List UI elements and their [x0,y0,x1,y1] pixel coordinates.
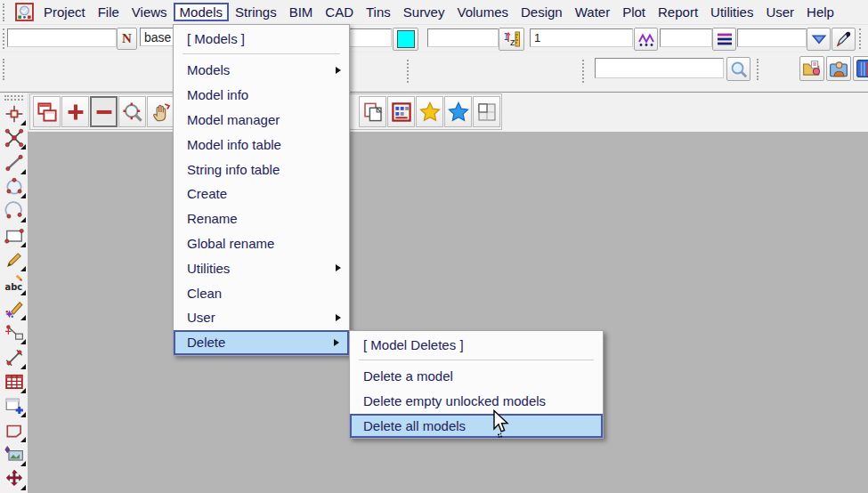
name-filter-input[interactable] [7,28,117,47]
rectangle-tool[interactable] [3,224,26,247]
menu-item-user[interactable]: User [174,305,349,330]
menu-item-model-manager[interactable]: Model manager [174,108,349,133]
models-menu: [ Models ] ModelsModel infoModel manager… [173,24,350,356]
menubar-item-plot[interactable]: Plot [616,3,652,21]
linestyle-input[interactable] [427,28,499,47]
measure-tool[interactable] [3,346,26,369]
library-button[interactable] [853,56,868,81]
folder-button[interactable] [799,56,824,81]
toolbar-drag-handle[interactable] [757,59,758,80]
leader-box-tool[interactable] [3,321,26,344]
menubar-item-volumes[interactable]: Volumes [450,3,515,21]
menu-item-create[interactable]: Create [174,182,349,206]
menubar-item-survey[interactable]: Survey [397,3,451,21]
cad-search-input[interactable] [595,58,724,78]
circle-tool[interactable] [3,175,26,198]
menu-item-model-info-table[interactable]: Model info table [174,132,349,157]
toolbar-snaps: PLFXGCHKM [0,53,868,93]
fit-windows-icon [37,101,58,123]
menubar-item-design[interactable]: Design [515,3,569,21]
linestyle-list-button[interactable] [712,28,736,51]
user-box-button[interactable] [826,56,851,81]
menu-item-delete-a-model[interactable]: Delete a model [350,364,603,389]
folder-icon [802,59,822,78]
menu-item-delete-all-models[interactable]: Delete all models [350,414,603,439]
menu-title: [ Model Deletes ] [350,335,603,356]
chainage-button[interactable] [634,28,658,51]
menu-item-label: Model info table [187,137,281,152]
fit-windows-button[interactable] [33,96,61,127]
zoom-out-button[interactable] [90,96,118,127]
pencil-tool[interactable] [3,248,26,271]
point-tool[interactable] [3,102,26,125]
model-table-button[interactable] [387,96,415,127]
toolbar-drag-handle[interactable] [4,99,23,101]
menu-item-utilities[interactable]: Utilities [174,255,349,280]
menubar-item-report[interactable]: Report [652,3,704,21]
menubar-item-utilities[interactable]: Utilities [704,3,759,21]
toolbar-drag-handle[interactable] [582,60,584,83]
menu-item-label: Model info [187,87,248,102]
pan-hand-button[interactable] [147,96,174,127]
table-tool[interactable] [3,370,26,393]
toolbar-drag-handle[interactable] [3,59,4,80]
menu-item-delete-empty-unlocked-models[interactable]: Delete empty unlocked models [350,389,603,414]
colour-swatch-button[interactable] [393,28,418,51]
image-tool[interactable] [3,443,26,466]
menubar-item-user[interactable]: User [759,3,800,21]
arc-tool[interactable] [3,199,26,222]
toolbar-drag-handle[interactable] [3,28,4,49]
menu-item-label: Delete a model [363,368,453,384]
toolbar-drag-handle[interactable] [4,95,23,97]
eyedropper-button[interactable] [831,28,856,51]
menu-item-global-rename[interactable]: Global rename [174,231,349,256]
menubar-item-models[interactable]: Models [174,3,229,21]
search-button[interactable] [726,57,750,81]
linestyle-icon [716,30,734,48]
name-button[interactable]: N [117,28,137,50]
menu-item-clean[interactable]: Clean [174,280,349,305]
panes-button[interactable] [473,96,500,127]
star-yellow-button[interactable] [416,96,443,127]
tin-input[interactable] [737,28,807,47]
menubar-item-strings[interactable]: Strings [229,3,283,21]
menubar-item-tins[interactable]: Tins [360,3,397,21]
copy-view-button[interactable] [359,96,386,127]
menubar-item-cad[interactable]: CAD [319,3,360,21]
menubar-item-views[interactable]: Views [126,3,174,21]
star-blue-button[interactable] [444,96,472,127]
menubar-item-project[interactable]: Project [37,3,92,21]
menubar-item-water[interactable]: Water [569,3,616,21]
toolbar-drag-handle[interactable] [859,28,861,49]
menubar-item-bim[interactable]: BIM [283,3,320,21]
brush-star-tool[interactable] [3,297,26,320]
text-abc-tool[interactable]: abc [3,272,26,295]
zoom-in-button[interactable] [61,96,89,127]
app-icon [15,3,34,21]
menu-item-label: Clean [187,286,222,301]
dropdown-button[interactable] [807,28,831,51]
cross-tool[interactable] [3,126,26,150]
menu-separator [183,53,340,54]
zoom-extents-button[interactable] [118,96,146,127]
toolbar-drag-handle[interactable] [407,60,409,83]
menu-item-rename[interactable]: Rename [174,206,349,231]
weight-input[interactable] [530,28,633,47]
menu-item-model-info[interactable]: Model info [174,83,349,108]
menubar-item-help[interactable]: Help [800,3,840,21]
menu-item-label: Utilities [187,261,230,276]
z-sort-button[interactable]: 1z [499,28,524,51]
menubar-drag-handle[interactable] [3,4,4,21]
menu-item-delete[interactable]: Delete [174,330,349,355]
menubar-item-file[interactable]: File [92,3,126,21]
style-input[interactable] [660,28,712,47]
menu-item-models[interactable]: Models [174,58,349,83]
pan-hand-icon [150,101,172,123]
line-tool[interactable] [3,151,26,174]
move-tool[interactable] [3,467,26,490]
menu-item-string-info-table[interactable]: String info table [174,157,349,182]
submenu-arrow-icon [336,314,341,321]
polygon-tool[interactable] [3,419,26,442]
window-plus-tool[interactable] [3,394,26,417]
submenu-arrow-icon [334,339,339,346]
